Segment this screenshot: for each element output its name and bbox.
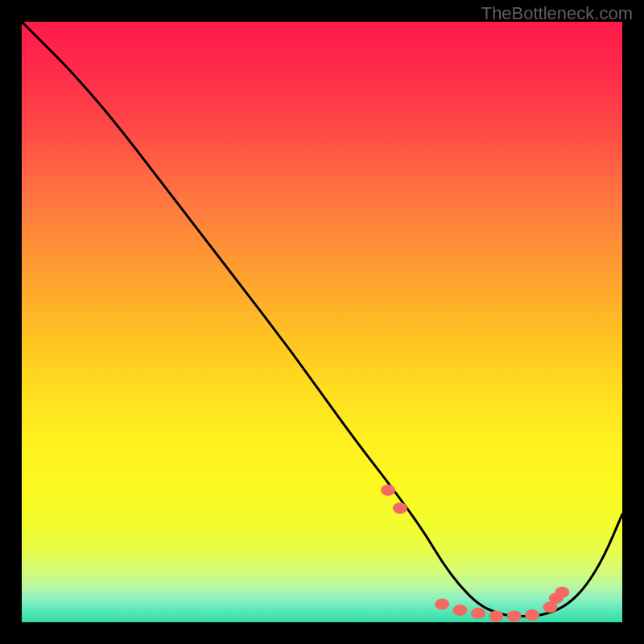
curve-marker: [471, 608, 485, 619]
curve-layer: [22, 22, 622, 622]
curve-marker: [435, 599, 449, 610]
curve-marker: [393, 502, 407, 514]
curve-marker: [453, 605, 468, 616]
curve-marker: [489, 611, 503, 622]
curve-marker: [381, 485, 395, 496]
curve-marker: [525, 609, 539, 621]
chart-frame: TheBottleneck.com: [0, 0, 644, 644]
watermark-text: TheBottleneck.com: [481, 3, 633, 24]
bottleneck-curve: [22, 22, 622, 617]
plot-area: [22, 22, 622, 622]
curve-marker: [507, 611, 522, 622]
curve-marker: [555, 587, 569, 598]
